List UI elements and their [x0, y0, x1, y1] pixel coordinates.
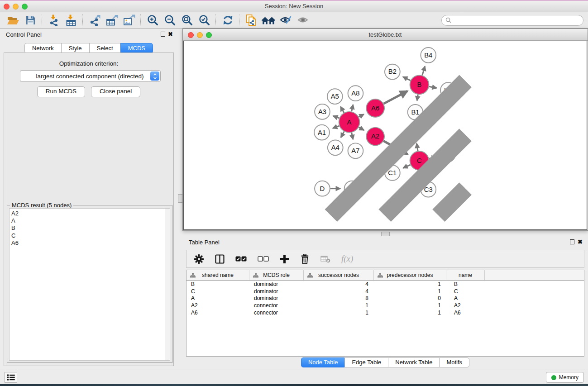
run-mcds-button[interactable]: Run MCDS: [37, 86, 85, 97]
import-table-icon[interactable]: [62, 13, 80, 28]
close-panel-icon[interactable]: ✖: [168, 31, 173, 37]
network-window-titlebar[interactable]: testGlobe.txt: [183, 29, 588, 41]
search-box[interactable]: [441, 15, 583, 26]
mcds-result-box: MCDS result (5 nodes) A2ABCA6: [7, 205, 172, 363]
column-header-shared-name[interactable]: shared name: [186, 270, 249, 280]
table-cell: 4: [304, 281, 374, 287]
new-network-from-selection-icon[interactable]: [243, 13, 260, 28]
add-column-icon[interactable]: [280, 252, 289, 266]
dropdown-stepper-icon: [150, 71, 159, 81]
window-resize-grip[interactable]: [183, 41, 586, 229]
table-cell: 1: [374, 288, 446, 295]
export-table-icon[interactable]: [103, 13, 120, 28]
zoom-in-icon[interactable]: [144, 13, 161, 28]
column-type-icon: [253, 273, 258, 278]
node-table: shared name MCDS role successor nodes: [186, 270, 584, 357]
result-list-item[interactable]: B: [11, 224, 163, 232]
table-cell: 1: [374, 302, 446, 309]
table-cell: 1: [304, 310, 374, 316]
table-cell: 1: [374, 281, 446, 287]
table-cell: 0: [374, 295, 446, 301]
network-canvas[interactable]: B4B2BB3A5A8A6A3B1AA1C2A2A4A7C4CC1DD1C3: [183, 41, 587, 230]
list-icon: [7, 374, 15, 381]
table-header-row: shared name MCDS role successor nodes: [186, 270, 584, 281]
status-bar: Memory: [0, 370, 588, 384]
task-history-button[interactable]: [5, 372, 17, 383]
fx-label: f(x): [341, 254, 353, 264]
result-list-item[interactable]: A: [11, 217, 163, 224]
tab-network-table[interactable]: Network Table: [388, 357, 440, 367]
main-toolbar: [0, 12, 588, 29]
table-cell: dominator: [249, 281, 304, 287]
delete-column-icon[interactable]: [300, 252, 310, 266]
tab-style[interactable]: Style: [61, 43, 90, 53]
table-cell: A6: [446, 310, 485, 316]
delete-table-icon[interactable]: [320, 252, 330, 266]
zoom-fit-icon[interactable]: [178, 13, 196, 28]
column-type-icon: [190, 273, 196, 278]
zoom-out-icon[interactable]: [161, 13, 178, 28]
control-panel-header: Control Panel ✖: [0, 29, 177, 40]
table-row[interactable]: Adominator80A: [186, 295, 584, 302]
tab-network[interactable]: Network: [24, 43, 62, 53]
import-network-icon[interactable]: [45, 13, 62, 28]
table-cell: A: [186, 295, 249, 301]
tab-node-table[interactable]: Node Table: [301, 357, 345, 367]
table-row[interactable]: A2connector11A2: [186, 302, 584, 309]
table-cell: 8: [304, 295, 374, 301]
result-list-item[interactable]: C: [11, 232, 163, 239]
table-row[interactable]: Cdominator41C: [186, 288, 584, 295]
close-panel-button[interactable]: Close panel: [91, 86, 140, 97]
column-header-mcds-role[interactable]: MCDS role: [249, 270, 304, 280]
table-cell: 1: [374, 310, 446, 316]
table-cell: A: [446, 295, 485, 301]
memory-status-icon: [551, 375, 556, 380]
result-list-item[interactable]: A6: [11, 239, 163, 247]
tab-select[interactable]: Select: [89, 43, 121, 53]
apply-layout-home-icon[interactable]: [260, 13, 277, 28]
toolbar-separator: [82, 14, 83, 26]
table-toolbar: f(x): [186, 250, 584, 268]
criterion-dropdown[interactable]: largest connected component (directed): [20, 70, 161, 82]
save-session-icon[interactable]: [22, 13, 39, 28]
tab-mcds[interactable]: MCDS: [120, 43, 153, 53]
column-type-icon: [307, 273, 313, 278]
zoom-selected-icon[interactable]: [196, 13, 213, 28]
deselect-all-columns-icon[interactable]: [258, 252, 269, 266]
table-panel: Table Panel ✖: [182, 236, 588, 370]
column-browser-icon[interactable]: [215, 252, 225, 266]
column-header-predecessor-nodes[interactable]: predecessor nodes: [374, 270, 446, 280]
table-cell: B: [446, 281, 485, 287]
float-table-panel-icon[interactable]: [570, 239, 574, 244]
float-panel-icon[interactable]: [161, 32, 165, 37]
optimization-criterion-label: Optimization criterion:: [4, 60, 173, 67]
function-builder-icon[interactable]: f(x): [341, 252, 353, 266]
column-header-label: MCDS role: [263, 272, 290, 278]
show-hide-graphics-details-icon[interactable]: [277, 13, 294, 28]
show-hide-edges-icon[interactable]: [294, 13, 311, 28]
close-table-panel-icon[interactable]: ✖: [578, 239, 583, 245]
desktop-strip: [0, 384, 588, 386]
memory-button[interactable]: Memory: [546, 372, 584, 383]
horizontal-splitter-handle[interactable]: [381, 232, 390, 236]
mcds-result-list[interactable]: A2ABCA6: [9, 208, 165, 361]
tab-edge-table[interactable]: Edge Table: [344, 357, 388, 367]
table-cell: C: [446, 288, 485, 295]
search-input[interactable]: [454, 17, 579, 24]
column-header-name[interactable]: name: [446, 270, 485, 280]
table-row[interactable]: Bdominator41B: [186, 281, 584, 288]
export-image-icon[interactable]: [120, 13, 138, 28]
control-panel: Control Panel ✖ NetworkStyleSelectMCDS O…: [0, 29, 177, 370]
mcds-result-title: MCDS result (5 nodes): [10, 202, 73, 209]
result-list-item[interactable]: A2: [11, 210, 163, 217]
settings-gear-icon[interactable]: [194, 252, 204, 266]
column-header-successor-nodes[interactable]: successor nodes: [304, 270, 374, 280]
tab-motifs[interactable]: Motifs: [439, 357, 469, 367]
table-row[interactable]: A6connector11A6: [186, 309, 584, 316]
column-header-label: shared name: [202, 272, 234, 278]
result-list-scrollbar[interactable]: [165, 208, 170, 361]
export-network-icon[interactable]: [86, 13, 103, 28]
select-all-columns-icon[interactable]: [235, 252, 247, 266]
open-file-icon[interactable]: [5, 13, 22, 28]
refresh-icon[interactable]: [219, 13, 236, 28]
